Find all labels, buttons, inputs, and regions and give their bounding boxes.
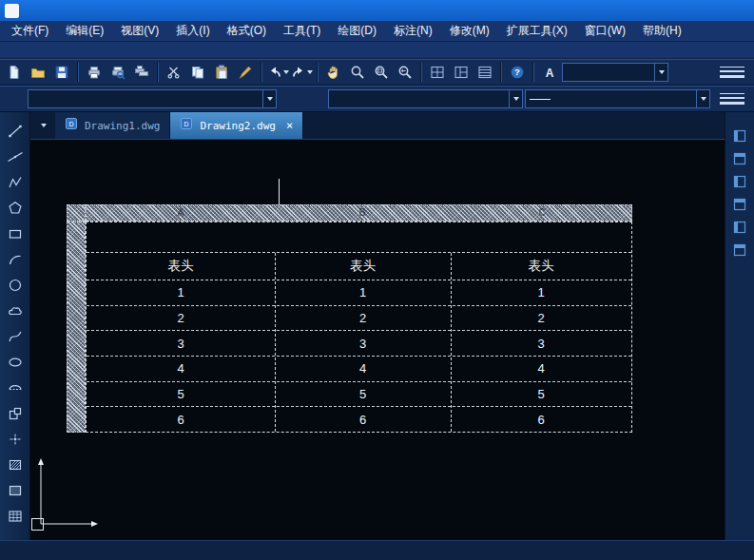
table-cell[interactable]: 4	[275, 357, 451, 381]
sheet-set-manager-button[interactable]	[474, 62, 496, 83]
open-button[interactable]	[27, 62, 49, 83]
text-style-button[interactable]: A	[538, 62, 561, 83]
tab-scroll-right-button[interactable]	[706, 112, 725, 139]
table-title-cell[interactable]	[87, 222, 631, 253]
table-cell[interactable]: 1	[451, 280, 631, 305]
redo-button[interactable]	[290, 62, 313, 83]
help-button[interactable]: ?	[506, 62, 529, 83]
table-row-indicator[interactable]	[67, 222, 86, 433]
design-center-panel-button[interactable]	[728, 196, 751, 215]
layer-previous-button[interactable]	[303, 88, 326, 109]
close-button[interactable]	[725, 0, 754, 21]
hatch-tool-button[interactable]	[3, 454, 28, 479]
paste-button[interactable]	[210, 62, 233, 83]
tab-close-icon[interactable]: ×	[286, 120, 293, 131]
chevron-down-icon[interactable]	[654, 64, 667, 81]
tool-palettes-panel-button[interactable]	[728, 150, 751, 169]
chevron-down-icon[interactable]	[696, 90, 709, 107]
zoom-window-button[interactable]	[370, 62, 393, 83]
viewports-button[interactable]	[450, 62, 473, 83]
plot-preview-button[interactable]	[106, 62, 129, 83]
point-tool-button[interactable]	[3, 429, 28, 454]
polygon-tool-button[interactable]	[3, 198, 28, 222]
construction-line-tool-button[interactable]	[3, 146, 28, 171]
undo-button[interactable]	[266, 62, 289, 83]
table-cell[interactable]: 3	[451, 331, 631, 356]
table-indicator-corner[interactable]	[67, 204, 86, 222]
drawing-canvas[interactable]: ABC 表头表头表头 111222333444555666	[30, 140, 725, 540]
line-tool-button[interactable]	[3, 121, 28, 145]
table-cell[interactable]: 3	[87, 331, 275, 356]
layer-combo[interactable]	[28, 89, 277, 108]
menu-file[interactable]: 文件(F)	[3, 21, 57, 41]
publish-button[interactable]	[130, 62, 153, 83]
rectangle-tool-button[interactable]	[3, 223, 28, 248]
table-cell[interactable]: 6	[87, 407, 275, 432]
doc-tab-2[interactable]: DDrawing2.dwg×	[170, 112, 303, 139]
arc-tool-button[interactable]	[3, 249, 28, 274]
table-cell[interactable]: 3	[275, 331, 451, 356]
copy-button[interactable]	[186, 62, 209, 83]
table-cell[interactable]: 5	[275, 382, 451, 407]
menu-format[interactable]: 格式(O)	[219, 21, 275, 41]
color-combo[interactable]	[328, 89, 523, 108]
polyline-tool-button[interactable]	[3, 172, 28, 197]
doc-tab-1[interactable]: DDrawing1.dwg	[55, 112, 170, 139]
table-cell[interactable]: 6	[451, 407, 631, 432]
table-cell[interactable]: 2	[87, 306, 275, 331]
style-combo[interactable]	[562, 63, 668, 82]
new-tab-button[interactable]	[303, 112, 328, 139]
region-tool-button[interactable]	[3, 480, 28, 505]
minimize-button[interactable]	[668, 0, 697, 21]
menu-window[interactable]: 窗口(W)	[576, 21, 634, 41]
pan-button[interactable]	[322, 62, 345, 83]
menu-edit[interactable]: 编辑(E)	[57, 21, 112, 41]
new-button[interactable]	[3, 62, 26, 83]
markup-panel-button[interactable]	[728, 219, 751, 238]
menu-express[interactable]: 扩展工具(X)	[498, 21, 576, 41]
spline-tool-button[interactable]	[3, 326, 28, 351]
table-header-cell[interactable]: 表头	[275, 253, 451, 280]
table-header-cell[interactable]: 表头	[87, 253, 275, 280]
cut-button[interactable]	[163, 62, 185, 83]
maximize-button[interactable]	[697, 0, 725, 21]
menu-insert[interactable]: 插入(I)	[167, 21, 218, 41]
table-header-cell[interactable]: 表头	[451, 253, 631, 280]
zoom-realtime-button[interactable]	[346, 62, 369, 83]
table-cell[interactable]: 1	[87, 280, 275, 305]
table-cell[interactable]: 4	[87, 357, 275, 381]
document-tab-menu-button[interactable]	[30, 112, 55, 139]
chevron-down-icon[interactable]	[283, 70, 289, 74]
table-body[interactable]: 表头表头表头 111222333444555666	[86, 222, 632, 433]
table-column-indicator[interactable]: ABC	[86, 204, 632, 222]
linetype-combo[interactable]	[525, 89, 710, 108]
ellipse-arc-tool-button[interactable]	[3, 377, 28, 402]
menu-dimension[interactable]: 标注(N)	[385, 21, 441, 41]
named-views-button[interactable]	[426, 62, 449, 83]
plot-button[interactable]	[83, 62, 106, 83]
chevron-down-icon[interactable]	[262, 90, 276, 107]
match-properties-button[interactable]	[234, 62, 257, 83]
table-cell[interactable]: 5	[87, 382, 275, 407]
table-cell[interactable]: 1	[275, 280, 451, 305]
lineweight-combo[interactable]	[713, 93, 751, 105]
make-object-layer-current-button[interactable]	[279, 88, 301, 109]
sheet-set-panel-button[interactable]	[728, 173, 751, 192]
table-cell[interactable]: 4	[451, 357, 631, 381]
menu-modify[interactable]: 修改(M)	[441, 21, 498, 41]
chevron-down-icon[interactable]	[509, 90, 522, 107]
table-cell[interactable]: 2	[451, 306, 631, 331]
revision-cloud-tool-button[interactable]	[3, 300, 28, 325]
table-cell[interactable]: 6	[275, 407, 451, 432]
save-button[interactable]	[50, 62, 73, 83]
menu-draw[interactable]: 绘图(D)	[329, 21, 385, 41]
chevron-down-icon[interactable]	[307, 70, 313, 74]
menu-view[interactable]: 视图(V)	[112, 21, 167, 41]
table-cell[interactable]: 2	[275, 306, 451, 331]
circle-tool-button[interactable]	[3, 275, 28, 299]
menu-help[interactable]: 帮助(H)	[634, 21, 690, 41]
ellipse-tool-button[interactable]	[3, 352, 28, 377]
table-tool-button[interactable]	[3, 506, 28, 531]
quick-calc-panel-button[interactable]	[728, 241, 751, 261]
properties-panel-button[interactable]	[728, 127, 751, 146]
